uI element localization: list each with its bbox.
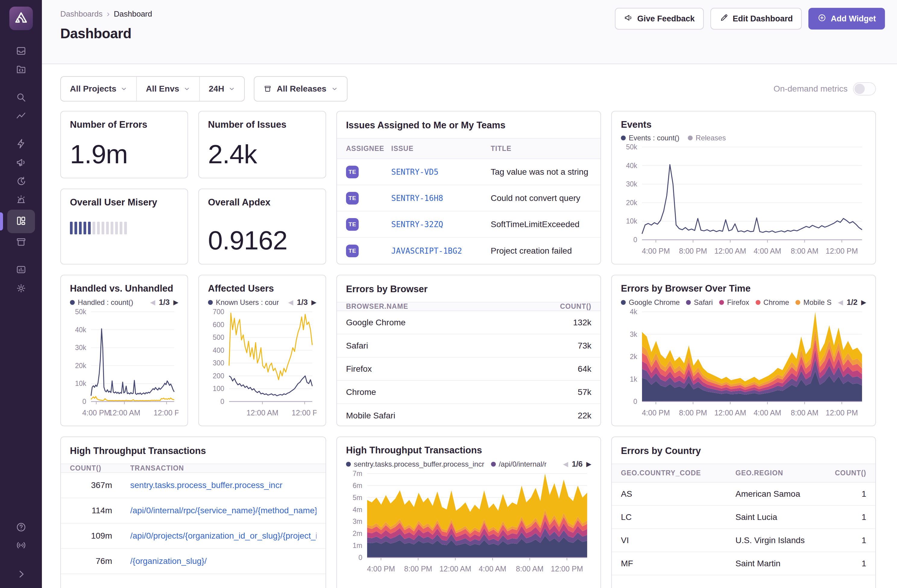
sidebar-item-feedback[interactable] [0, 154, 42, 172]
sidebar-item-settings[interactable] [0, 279, 42, 298]
project-filter[interactable]: All Projects [61, 77, 136, 101]
svg-text:4k: 4k [630, 308, 637, 316]
legend-events[interactable]: Events : count() [621, 134, 680, 142]
sidebar-collapse[interactable] [0, 566, 42, 584]
sidebar-item-help[interactable] [0, 519, 42, 537]
give-feedback-button[interactable]: Give Feedback [615, 8, 704, 29]
legend-known-users[interactable]: Known Users : cour [208, 298, 279, 307]
svg-text:3m: 3m [353, 518, 362, 525]
pager-next-icon[interactable]: ▶ [586, 460, 591, 468]
legend-dot [756, 300, 761, 305]
widget-title: High Throughput Transactions [346, 445, 591, 456]
breadcrumb-dashboards[interactable]: Dashboards [60, 9, 103, 19]
svg-text:4:00 PM: 4:00 PM [367, 565, 395, 573]
affected-users-chart[interactable]: 010020030040050060070012:00 AM12:00 P [208, 308, 317, 418]
issue-link[interactable]: SENTRY-VD5 [391, 168, 439, 177]
table-header: ASSIGNEE ISSUE TITLE [337, 138, 600, 159]
widget-title: Number of Issues [208, 119, 317, 130]
svg-text:200: 200 [213, 372, 224, 380]
country-code: MF [621, 559, 735, 568]
legend-releases[interactable]: Releases [688, 134, 726, 142]
svg-text:4:00 AM: 4:00 AM [753, 247, 781, 255]
legend-api-internal[interactable]: /api/0/internal/r [491, 460, 547, 469]
legend-safari[interactable]: Safari [686, 298, 713, 307]
errors-by-browser-chart[interactable]: 01k2k3k4k4:00 PM8:00 PM12:00 AM4:00 AM8:… [621, 308, 866, 418]
transaction-link[interactable]: sentry.tasks.process_buffer.process_incr [130, 481, 282, 490]
legend-label: Safari [694, 298, 713, 307]
handled-chart[interactable]: 010k20k30k40k50k4:00 PM12:00 AM12:00 P [70, 308, 178, 418]
avatar: TE [346, 244, 359, 257]
issue-link[interactable]: SENTRY-32ZQ [391, 220, 443, 229]
svg-text:12:00 P: 12:00 P [154, 408, 178, 417]
transaction-count: 109m [70, 531, 130, 541]
legend-mobile-safari[interactable]: Mobile S [795, 298, 831, 307]
widget-title: Errors by Browser [337, 275, 600, 302]
pager-prev-icon[interactable]: ◀ [288, 298, 293, 306]
pager-prev-icon[interactable]: ◀ [150, 298, 155, 306]
col-country-code-header: GEO.COUNTRY_CODE [621, 469, 735, 477]
issue-title: Could not convert query [491, 193, 591, 203]
sidebar-item-alerts[interactable] [0, 191, 42, 210]
legend-dot [688, 136, 693, 141]
sidebar-item-projects[interactable] [0, 61, 42, 79]
sidebar-item-search[interactable] [0, 89, 42, 107]
releases-filter-label: All Releases [277, 84, 326, 94]
page-header: Dashboards › Dashboard Dashboard Give Fe… [42, 0, 897, 64]
issue-link[interactable]: SENTRY-16H8 [391, 194, 443, 203]
environment-filter[interactable]: All Envs [136, 77, 199, 101]
svg-text:0: 0 [82, 398, 86, 405]
legend-label: Firefox [727, 298, 749, 307]
sidebar-item-crons[interactable] [0, 172, 42, 191]
issues-count-value: 2.4k [208, 141, 317, 170]
sidebar-item-home[interactable] [9, 7, 33, 30]
col-count-header: COUNT() [540, 302, 591, 310]
transaction-link[interactable]: /{organization_slug}/ [130, 556, 207, 566]
edit-dashboard-button[interactable]: Edit Dashboard [710, 8, 802, 29]
legend-dot [70, 300, 75, 305]
active-indicator [0, 212, 3, 231]
table-row: TE JAVASCRIPT-1BG2 Project creation fail… [337, 238, 600, 264]
add-widget-button[interactable]: Add Widget [808, 8, 885, 29]
legend-dot [686, 300, 691, 305]
svg-text:3k: 3k [630, 330, 637, 338]
issue-link[interactable]: JAVASCRIPT-1BG2 [391, 246, 462, 255]
issue-title: Tag value was not a string [491, 167, 591, 177]
ondemand-metrics-toggle[interactable] [853, 82, 876, 96]
sidebar-item-releases[interactable] [0, 233, 42, 252]
widget-apdex: Overall Apdex 0.9162 [198, 189, 326, 264]
pager-prev-icon[interactable]: ◀ [563, 460, 568, 468]
high-throughput-chart[interactable]: 01m2m3m4m5m6m7m4:00 PM8:00 PM12:00 AM4:0… [346, 470, 591, 574]
legend-google-chrome[interactable]: Google Chrome [621, 298, 680, 307]
transaction-link[interactable]: /api/0/projects/{organization_id_or_slug… [130, 531, 317, 541]
widget-events: Events Events : count() Releases 010 [611, 111, 876, 264]
transaction-count: 367m [70, 481, 130, 490]
transaction-link[interactable]: /api/0/internal/rpc/{service_name}/{meth… [130, 506, 317, 515]
legend-label: Mobile S [803, 298, 831, 307]
widget-title: High Throughput Transactions [61, 437, 326, 464]
legend-firefox[interactable]: Firefox [719, 298, 749, 307]
pager-next-icon[interactable]: ▶ [311, 298, 317, 306]
country-region: Saint Martin [735, 559, 815, 568]
legend-chrome[interactable]: Chrome [756, 298, 789, 307]
releases-filter[interactable]: All Releases [254, 76, 347, 101]
breadcrumb-chevron-icon: › [107, 9, 109, 19]
legend-label: Events : count() [629, 134, 680, 142]
pager-prev-icon[interactable]: ◀ [838, 298, 843, 306]
date-range-filter[interactable]: 24H [199, 77, 244, 101]
widget-errors-by-country: Errors by Country GEO.COUNTRY_CODE GEO.R… [611, 437, 876, 588]
pager-next-icon[interactable]: ▶ [861, 298, 866, 306]
sidebar-item-discover[interactable] [0, 107, 42, 126]
sidebar-item-broadcasts[interactable] [0, 537, 42, 555]
sidebar-item-performance[interactable] [0, 135, 42, 154]
col-assignee-header: ASSIGNEE [346, 145, 391, 153]
legend-process-incr[interactable]: sentry.tasks.process_buffer.process_incr [346, 460, 484, 469]
legend-handled[interactable]: Handled : count() [70, 298, 133, 307]
legend-dot [621, 300, 626, 305]
events-chart[interactable]: 010k20k30k40k50k4:00 PM8:00 PM12:00 AM4:… [621, 144, 866, 256]
sidebar-item-stats[interactable] [0, 261, 42, 279]
sidebar-item-issues[interactable] [0, 42, 42, 61]
sidebar-item-dashboards[interactable] [0, 210, 42, 233]
country-count: 1 [815, 489, 866, 499]
app-root: Dashboards › Dashboard Dashboard Give Fe… [0, 0, 897, 588]
pager-next-icon[interactable]: ▶ [173, 298, 178, 306]
